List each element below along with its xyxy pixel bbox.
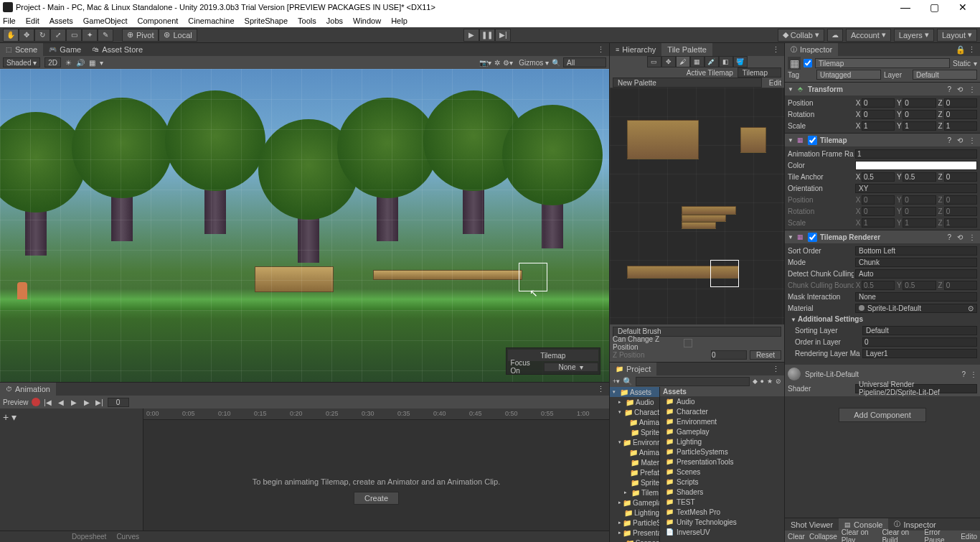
- brush-tool[interactable]: 🖌: [676, 56, 690, 67]
- tab-tile-palette[interactable]: Tile Palette: [661, 43, 712, 56]
- menu-window[interactable]: Window: [353, 17, 381, 25]
- tab-animation[interactable]: ⏱Animation: [0, 383, 56, 396]
- console-clear-on-play[interactable]: Clear on Play: [842, 528, 878, 542]
- transform-scale-y[interactable]: [903, 121, 936, 131]
- project-list-item[interactable]: 📁ParticleSystems: [660, 447, 784, 457]
- preview-label[interactable]: Preview: [3, 398, 29, 406]
- scene-search-input[interactable]: [563, 57, 606, 67]
- material-field[interactable]: Sprite-Lit-Default⊙: [855, 304, 977, 313]
- curves-tab[interactable]: Curves: [116, 533, 139, 541]
- mode-dropdown[interactable]: Chunk: [855, 258, 977, 267]
- minimize-button[interactable]: —: [891, 1, 920, 13]
- tab-project[interactable]: 📁Project: [610, 363, 656, 375]
- material-menu-icon[interactable]: ⋮: [970, 370, 977, 378]
- can-change-z-checkbox[interactable]: [684, 339, 692, 347]
- dopesheet-tab[interactable]: Dopesheet: [72, 533, 106, 541]
- project-folder-tree[interactable]: ▾📁Assets▸📁Audio▾📁Charact📁Anima📁Sprite▾📁E…: [610, 387, 660, 542]
- overlay-focus-dropdown[interactable]: None ▾: [544, 363, 598, 372]
- record-button[interactable]: [32, 398, 40, 406]
- console-collapse[interactable]: Collapse: [809, 533, 837, 541]
- project-list-item[interactable]: 📁Audio: [660, 396, 784, 406]
- project-filter-type[interactable]: ◆: [753, 378, 758, 385]
- anim-next-button[interactable]: ▶: [82, 398, 92, 406]
- anim-play-button[interactable]: ▶: [69, 398, 79, 406]
- project-list-item[interactable]: 📁Unity Technologies: [660, 517, 784, 527]
- tab-asset-store[interactable]: 🛍Asset Store: [87, 43, 149, 56]
- menu-help[interactable]: Help: [391, 17, 407, 25]
- project-tree-node[interactable]: 📁Lighting: [610, 508, 659, 518]
- project-tree-node[interactable]: 📁Sprite: [610, 477, 659, 487]
- project-list-item[interactable]: 📁Scenes: [660, 467, 784, 477]
- z-position-input[interactable]: [711, 350, 747, 360]
- box-tool[interactable]: ▦: [690, 56, 705, 67]
- palette-edit-button[interactable]: Edit: [769, 79, 781, 87]
- project-tree-node[interactable]: 📁Sprite: [610, 427, 659, 437]
- project-list-item[interactable]: 📁Environment: [660, 416, 784, 426]
- transform-scale-x[interactable]: [862, 121, 895, 131]
- project-filter-label[interactable]: ●: [760, 378, 764, 385]
- layer-dropdown[interactable]: Default: [913, 70, 977, 80]
- console-clear[interactable]: Clear: [788, 533, 805, 541]
- picker-tool[interactable]: 💉: [705, 56, 719, 67]
- move-tool[interactable]: ✥: [661, 56, 676, 67]
- inspector-tab-menu[interactable]: 🔒 ⋮: [951, 45, 980, 55]
- transform-pos-z[interactable]: [944, 98, 977, 108]
- project-list-item[interactable]: 📁TextMesh Pro: [660, 507, 784, 517]
- console-error-pause[interactable]: Error Pause: [924, 528, 956, 542]
- play-button[interactable]: ▶: [463, 29, 479, 42]
- scene-audio-icon[interactable]: 🔊: [76, 59, 85, 67]
- scene-fx-icon[interactable]: ▦: [89, 59, 95, 67]
- project-tree-node[interactable]: 📁Anima: [610, 447, 659, 457]
- scene-tab-menu[interactable]: ⋮: [593, 45, 609, 55]
- additional-settings-foldout[interactable]: ▼Additional Settings: [788, 314, 977, 324]
- tab-inspector[interactable]: ⓘInspector: [785, 43, 838, 56]
- gizmos-dropdown[interactable]: Gizmos ▾: [519, 59, 549, 67]
- z-reset-button[interactable]: Reset: [750, 350, 781, 360]
- project-list-item[interactable]: 📁PresentationTools: [660, 457, 784, 467]
- rendering-layer-dropdown[interactable]: Layer1: [862, 349, 977, 358]
- project-filter-fav[interactable]: ★: [767, 378, 773, 385]
- project-list-item[interactable]: 📁TEST: [660, 497, 784, 507]
- project-tree-node[interactable]: ▸📁ParticleS: [610, 518, 659, 528]
- project-tree-node[interactable]: ▸📁Tilem: [610, 487, 659, 497]
- tilemap-renderer-header[interactable]: ▼▦ Tilemap Renderer ?⟲⋮: [785, 230, 980, 243]
- gameobject-icon[interactable]: ▦: [788, 57, 801, 70]
- tag-dropdown[interactable]: Untagged: [816, 70, 881, 80]
- layout-dropdown[interactable]: Layout ▾: [937, 29, 977, 42]
- transform-rot-y[interactable]: [903, 110, 936, 119]
- fill-tool[interactable]: 🪣: [733, 56, 748, 67]
- local-toggle[interactable]: ⊛Local: [159, 29, 197, 42]
- scene-camera-icon[interactable]: 📷▾: [479, 59, 491, 67]
- mask-interaction-dropdown[interactable]: None: [855, 292, 977, 302]
- menu-edit[interactable]: Edit: [26, 17, 39, 25]
- pivot-toggle[interactable]: ⊕Pivot: [122, 29, 159, 42]
- anim-prev-button[interactable]: ◀: [56, 398, 66, 406]
- tilemap-color-field[interactable]: [855, 161, 977, 170]
- palette-tab-menu[interactable]: ⋮: [768, 45, 784, 55]
- order-in-layer-input[interactable]: [862, 337, 977, 347]
- console-editor[interactable]: Edito: [961, 533, 977, 541]
- animation-tab-menu[interactable]: ⋮: [593, 385, 609, 394]
- menu-assets[interactable]: Assets: [50, 17, 73, 25]
- material-help-icon[interactable]: ?: [961, 370, 966, 378]
- project-tree-node[interactable]: 📁Prefat: [610, 467, 659, 477]
- transform-pos-y[interactable]: [903, 98, 936, 108]
- scene-settings-icon[interactable]: ⚙▾: [503, 59, 513, 67]
- transform-pos-x[interactable]: [862, 98, 895, 108]
- project-tree-node[interactable]: ▾📁Environr: [610, 437, 659, 447]
- maximize-button[interactable]: ▢: [920, 1, 948, 13]
- gameobject-name-input[interactable]: [815, 58, 950, 68]
- project-tree-node[interactable]: 📁Scenes: [610, 538, 659, 542]
- tab-game[interactable]: 🎮Game: [43, 43, 87, 56]
- project-asset-list[interactable]: Assets 📁Audio📁Character📁Environment📁Game…: [660, 387, 784, 542]
- console-clear-on-build[interactable]: Clear on Build: [882, 528, 920, 542]
- scale-tool-button[interactable]: ⤢: [50, 29, 66, 42]
- project-tree-node[interactable]: ▸📁Gamepla: [610, 497, 659, 508]
- animation-create-button[interactable]: Create: [354, 492, 399, 505]
- layers-dropdown[interactable]: Layers ▾: [894, 29, 934, 42]
- project-list-item[interactable]: 📁Character: [660, 406, 784, 416]
- shader-dropdown[interactable]: Universal Render Pipeline/2D/Sprite-Lit-…: [855, 384, 977, 393]
- project-tree-node[interactable]: ▾📁Assets: [610, 387, 659, 397]
- project-list-item[interactable]: 📁Lighting: [660, 436, 784, 447]
- tilemap-enabled[interactable]: [808, 136, 817, 145]
